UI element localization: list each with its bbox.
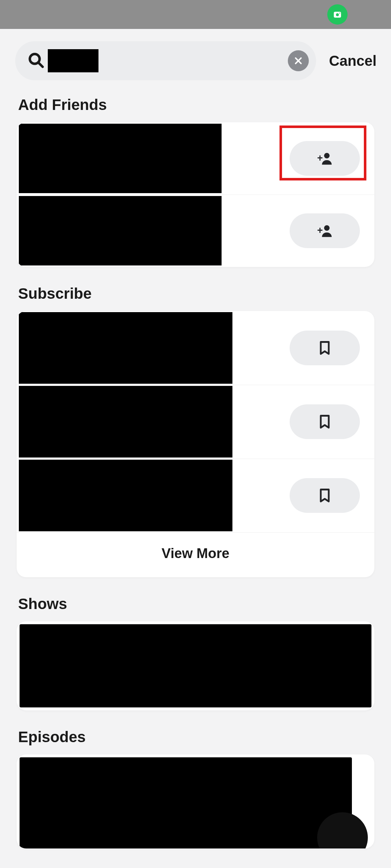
svg-point-1 (336, 13, 339, 16)
friend-info-redacted (19, 196, 222, 265)
svg-point-2 (339, 13, 340, 14)
section-title-shows: Shows (0, 592, 391, 621)
episodes-card[interactable] (17, 754, 374, 848)
subscribe-row[interactable] (17, 459, 374, 532)
subscribe-button[interactable] (290, 478, 360, 513)
svg-point-8 (324, 153, 329, 158)
add-friend-button[interactable]: + (290, 213, 360, 248)
svg-line-4 (38, 63, 42, 67)
section-title-subscribe: Subscribe (0, 281, 391, 311)
cancel-button[interactable]: Cancel (329, 53, 377, 69)
subscribe-info-redacted (19, 460, 232, 531)
subscribe-info-redacted (19, 386, 232, 458)
section-title-add-friends: Add Friends (0, 93, 391, 122)
status-bar (0, 0, 391, 29)
show-item-redacted (20, 624, 371, 707)
friend-row[interactable]: + (17, 195, 374, 267)
section-title-episodes: Episodes (0, 725, 391, 754)
add-friends-card: + + (17, 122, 374, 267)
svg-text:+: + (317, 225, 323, 236)
add-friend-button[interactable]: + (290, 141, 360, 176)
svg-text:+: + (317, 153, 323, 163)
subscribe-info-redacted (19, 312, 232, 384)
subscribe-button[interactable] (290, 331, 360, 365)
view-more-button[interactable]: View More (17, 532, 374, 577)
episode-item-redacted (20, 757, 352, 848)
subscribe-card: View More (17, 311, 374, 577)
search-row: Cancel (0, 29, 391, 93)
search-icon (27, 51, 45, 71)
shows-card[interactable] (17, 621, 374, 710)
camera-status-icon (327, 4, 348, 25)
clear-search-button[interactable] (288, 50, 309, 71)
friend-row[interactable]: + (17, 122, 374, 195)
subscribe-button[interactable] (290, 404, 360, 439)
search-field[interactable] (15, 41, 316, 80)
friend-info-redacted (19, 124, 222, 193)
subscribe-row[interactable] (17, 385, 374, 459)
search-query-redacted (48, 49, 98, 72)
svg-point-10 (324, 225, 329, 231)
subscribe-row[interactable] (17, 311, 374, 385)
